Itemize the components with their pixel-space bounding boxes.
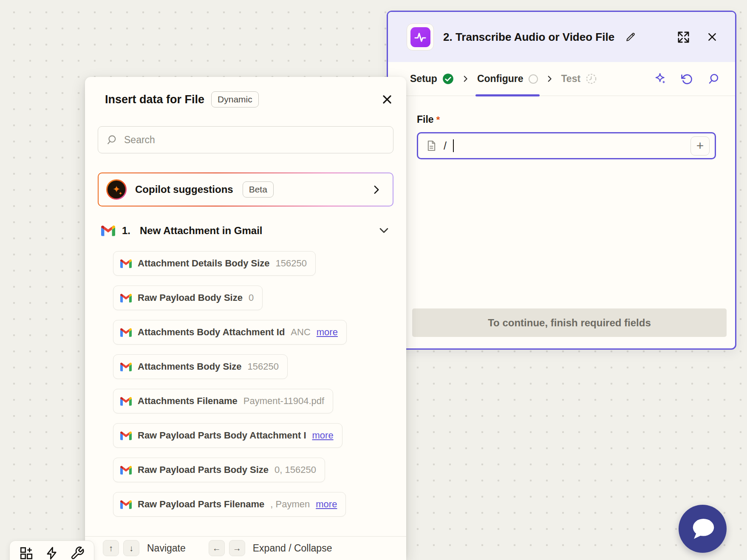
text-cursor xyxy=(453,139,454,152)
chevron-right-icon xyxy=(546,75,554,83)
data-field-chip[interactable]: Attachments Body Size 156250 xyxy=(113,354,288,379)
search-icon xyxy=(707,73,720,85)
waveform-pulse-icon xyxy=(413,30,427,44)
collapse-section-button[interactable] xyxy=(378,224,390,237)
collapse-left-button[interactable]: ← xyxy=(209,540,225,556)
grid-add-icon xyxy=(19,546,34,560)
file-field-label: File xyxy=(417,114,434,125)
source-step-header[interactable]: 1. New Attachment in Gmail xyxy=(98,224,393,237)
required-marker: * xyxy=(436,114,440,125)
document-icon xyxy=(425,139,438,152)
more-link[interactable]: more xyxy=(317,327,338,338)
arrow-left-icon: ← xyxy=(212,544,221,552)
gmail-icon xyxy=(120,431,132,440)
data-field-list: Attachment Details Body Size 156250 Raw … xyxy=(98,251,393,517)
copilot-sparkle-icon: ✦ ✦ xyxy=(106,179,127,200)
close-panel-button[interactable] xyxy=(706,31,718,43)
configure-form: File * / + To continue, finish r xyxy=(388,96,735,348)
insert-data-modal: Insert data for File Dynamic ✦ ✦ xyxy=(85,77,406,560)
refresh-icon xyxy=(681,73,693,85)
search-box xyxy=(98,126,393,153)
pencil-icon xyxy=(625,31,636,43)
arrow-down-icon: ↓ xyxy=(129,544,133,552)
close-modal-button[interactable] xyxy=(381,93,393,106)
gmail-icon xyxy=(120,362,132,371)
source-step-index: 1. xyxy=(122,225,130,237)
continue-disabled-button[interactable]: To continue, finish required fields xyxy=(412,308,727,337)
search-fields-button[interactable] xyxy=(707,73,720,85)
close-icon xyxy=(381,93,393,106)
arrow-right-icon: → xyxy=(233,544,241,552)
navigate-up-button[interactable]: ↑ xyxy=(103,540,119,556)
gmail-icon xyxy=(120,397,132,406)
chevron-right-icon xyxy=(371,184,382,195)
canvas-toolbar xyxy=(9,540,94,560)
edit-title-button[interactable] xyxy=(625,31,636,43)
beta-badge: Beta xyxy=(243,181,274,198)
data-field-chip[interactable]: Attachment Details Body Size 156250 xyxy=(113,251,316,276)
data-field-chip[interactable]: Raw Payload Body Size 0 xyxy=(113,286,263,310)
more-link[interactable]: more xyxy=(316,499,337,510)
data-field-chip[interactable]: Raw Payload Parts Body Size 0, 156250 xyxy=(113,458,325,482)
step-editor-panel: 2. Transcribe Audio or Video File xyxy=(387,11,736,350)
tab-test[interactable]: Test xyxy=(561,62,597,96)
triggers-button[interactable] xyxy=(45,546,59,560)
file-field-input[interactable]: / + xyxy=(417,132,716,159)
step-tabs: Setup Configure Test xyxy=(388,62,735,96)
transcribe-app-icon xyxy=(410,27,430,47)
tab-setup[interactable]: Setup xyxy=(410,62,454,96)
copilot-label: Copilot suggestions xyxy=(135,184,233,195)
step-title: 2. Transcribe Audio or Video File xyxy=(443,31,614,44)
search-input[interactable] xyxy=(124,134,385,146)
gmail-icon xyxy=(120,328,132,337)
refresh-fields-button[interactable] xyxy=(681,73,693,85)
arrow-up-icon: ↑ xyxy=(109,544,113,552)
help-chat-button[interactable] xyxy=(679,505,727,553)
data-field-chip[interactable]: Raw Payload Parts Body Attachment I more xyxy=(113,423,342,448)
app-icon-frame xyxy=(407,23,434,51)
magnifier-icon xyxy=(106,134,117,146)
step-header: 2. Transcribe Audio or Video File xyxy=(388,12,735,62)
source-step-label: New Attachment in Gmail xyxy=(140,225,263,237)
gmail-icon xyxy=(120,259,132,268)
plus-icon: + xyxy=(696,139,704,152)
data-field-chip[interactable]: Attachments Body Attachment Id ANC more xyxy=(113,320,347,345)
expand-panel-button[interactable] xyxy=(677,31,690,44)
chat-bubble-icon xyxy=(688,514,718,544)
navigate-label: Navigate xyxy=(147,543,186,554)
clock-icon xyxy=(586,73,597,85)
gmail-icon xyxy=(101,225,115,236)
ai-sparkle-icon xyxy=(654,72,667,85)
modal-title: Insert data for File xyxy=(105,93,204,106)
more-link[interactable]: more xyxy=(312,430,334,441)
modal-footer: ↑ ↓ Navigate ← → Expand / Collapse xyxy=(85,536,406,560)
workflow-canvas: 2. Transcribe Audio or Video File xyxy=(0,0,747,560)
chevron-down-icon xyxy=(378,224,390,237)
wrench-icon xyxy=(70,546,85,560)
gmail-icon xyxy=(120,294,132,303)
tab-configure[interactable]: Configure xyxy=(477,62,538,96)
expand-right-button[interactable]: → xyxy=(229,540,245,556)
navigate-down-button[interactable]: ↓ xyxy=(123,540,139,556)
close-icon xyxy=(706,31,718,43)
expand-icon xyxy=(677,31,690,44)
gmail-icon xyxy=(120,466,132,475)
copilot-assist-button[interactable] xyxy=(654,72,667,85)
tools-button[interactable] xyxy=(70,546,85,560)
data-field-chip[interactable]: Raw Payload Parts Filename , Paymen more xyxy=(113,492,346,517)
dynamic-badge: Dynamic xyxy=(211,91,259,107)
check-circle-icon xyxy=(442,73,454,85)
file-field-value: / xyxy=(444,140,447,152)
add-step-button[interactable] xyxy=(19,546,34,560)
gmail-icon xyxy=(120,500,132,509)
data-field-chip[interactable]: Attachments Filename Payment-11904.pdf xyxy=(113,389,333,413)
chevron-right-icon xyxy=(461,75,470,83)
lightning-icon xyxy=(45,546,59,560)
copilot-suggestions-row[interactable]: ✦ ✦ Copilot suggestions Beta xyxy=(98,173,393,206)
progress-circle-icon xyxy=(529,74,538,84)
add-data-button[interactable]: + xyxy=(690,136,710,156)
expand-collapse-label: Expand / Collapse xyxy=(253,543,332,554)
